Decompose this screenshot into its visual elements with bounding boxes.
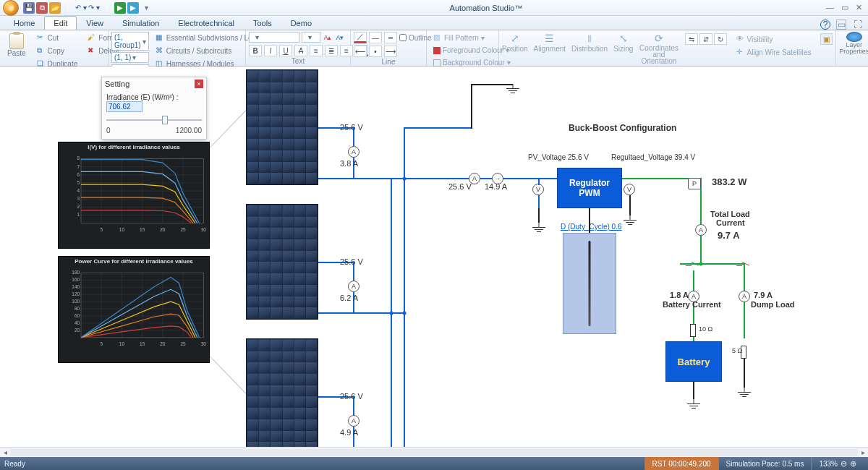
cut-button[interactable]: ✂Cut [33, 32, 82, 43]
font-family-select[interactable]: ▾ [249, 32, 299, 43]
qat-step-button[interactable]: ▶ [127, 2, 139, 14]
distribution-icon[interactable]: ⫴ [584, 33, 595, 43]
window-close-button[interactable]: ✕ [856, 3, 862, 12]
flip-h-button[interactable]: ⇋ [685, 33, 698, 45]
switch-battery[interactable] [686, 260, 700, 270]
line-color-button[interactable]: ／ [354, 32, 367, 43]
scroll-left-button[interactable]: ◂ [0, 448, 10, 456]
alignment-icon[interactable]: ☰ [545, 33, 555, 43]
qat-saveall-icon[interactable]: ⧉ [36, 2, 48, 14]
svg-text:180: 180 [72, 270, 80, 275]
group-dialog-button[interactable]: ▣ [820, 33, 833, 45]
setting-close-button[interactable]: × [195, 80, 203, 88]
help-button[interactable]: ? [820, 20, 830, 30]
arrow-style-button[interactable]: • [369, 46, 382, 57]
ribbon: Paste ✂Cut ⧉Copy ❏Duplicate 🖌Format Pain… [0, 30, 868, 67]
copy-button[interactable]: ⧉Copy [33, 45, 82, 56]
qat-more-icon[interactable]: ▾ [140, 2, 152, 14]
layer-properties-button[interactable]: Layer Properties [839, 32, 868, 55]
solar-panel-2[interactable] [246, 204, 318, 320]
arrow-start-button[interactable]: ⟵ [354, 46, 367, 57]
setting-window[interactable]: Setting× Irradiance (E) (W/m²) : 01200.0… [101, 77, 207, 140]
solar-panel-1[interactable] [246, 69, 318, 185]
tab-edit[interactable]: Edit [44, 16, 77, 30]
align-center-button[interactable]: ≣ [325, 45, 338, 56]
pv-chart-title: Power Curve for different irradiance val… [59, 258, 209, 265]
iv-chart[interactable]: I(V) for different irradiance values 510… [58, 142, 210, 249]
align-wire-button[interactable]: ✛Align Wire Satellites [733, 46, 815, 58]
coords-icon[interactable]: ⟳ [654, 33, 664, 43]
italic-button[interactable]: I [264, 45, 277, 56]
zoom-out-button[interactable]: ⊖ [841, 459, 847, 469]
battery-label: Battery [678, 356, 710, 367]
diagram-canvas[interactable]: Setting× Irradiance (E) (W/m²) : 01200.0… [0, 67, 868, 457]
tab-home[interactable]: Home [4, 16, 44, 30]
solar-panel-3[interactable] [246, 338, 318, 454]
svg-text:1: 1 [77, 212, 80, 217]
irradiance-input[interactable] [106, 101, 142, 112]
battery-block[interactable]: Battery [665, 341, 722, 382]
app-orb-button[interactable] [3, 0, 19, 16]
scrollbar-track[interactable] [10, 449, 858, 456]
line-weight-button[interactable]: ━ [384, 32, 397, 43]
collapse-ribbon-button[interactable]: ▭ [836, 20, 846, 30]
power-reading: 383.2 W [712, 176, 746, 187]
batt-current-value: 1.8 A [670, 291, 689, 299]
duty-cycle-slider[interactable] [563, 233, 616, 334]
cut-icon: ✂ [37, 33, 46, 42]
tab-view[interactable]: View [77, 16, 113, 30]
svg-text:10: 10 [119, 341, 125, 346]
svg-text:30: 30 [201, 227, 206, 232]
dump-label: Dump Load [751, 301, 780, 309]
strike-button[interactable]: A [294, 45, 307, 56]
bg-icon [433, 59, 441, 67]
status-pace[interactable]: Simulation Pace: 0.5 ms [718, 457, 812, 470]
arrow-end-button[interactable]: ⟶ [384, 46, 397, 57]
panel2-current: 6.2 A [340, 294, 358, 302]
qat-save-icon[interactable]: 💾 [23, 2, 35, 14]
tab-electrotechnical[interactable]: Electrotechnical [169, 16, 244, 30]
flip-v-button[interactable]: ⇵ [699, 33, 712, 45]
location-select-1[interactable]: (1, Group1)▾ [111, 32, 149, 51]
tab-simulation[interactable]: Simulation [113, 16, 169, 30]
position-icon[interactable]: ⤢ [510, 33, 520, 43]
zoom-in-button[interactable]: ⊕ [850, 459, 856, 469]
shrink-font-icon[interactable]: A▾ [335, 33, 345, 43]
scroll-right-button[interactable]: ▸ [858, 448, 868, 456]
line-style-button[interactable]: — [369, 32, 382, 43]
qat-redo-button[interactable]: ↷ ▾ [88, 2, 100, 14]
sizing-icon[interactable]: ⤡ [618, 33, 629, 43]
align-left-button[interactable]: ≡ [310, 45, 323, 56]
visibility-button[interactable]: 👁Visibility [733, 33, 815, 45]
tab-demo[interactable]: Demo [281, 16, 321, 30]
qat-separator: | [62, 2, 74, 14]
status-rst[interactable]: RST 00:00:49.200 [644, 457, 718, 470]
rotate-button[interactable]: ↻ [714, 33, 727, 45]
irradiance-slider[interactable] [106, 115, 202, 125]
pv-chart[interactable]: Power Curve for different irradiance val… [58, 256, 210, 363]
bold-button[interactable]: B [249, 45, 262, 56]
horizontal-scrollbar[interactable]: ◂ ▸ [0, 447, 868, 457]
paste-button[interactable]: Paste [3, 32, 30, 59]
regulator-block[interactable]: Regulator PWM [557, 168, 622, 208]
underline-button[interactable]: U [279, 45, 292, 56]
delete-icon: ✖ [88, 46, 96, 55]
ground-symbol [738, 388, 751, 398]
chevron-down-icon: ▾ [142, 38, 146, 46]
fill-pattern-button[interactable]: ▨Fill Pattern▾ [430, 32, 488, 43]
font-size-select[interactable]: ▾ [302, 32, 320, 43]
tab-tools[interactable]: Tools [244, 16, 281, 30]
alignment-label: Alignment [534, 45, 566, 53]
app-title: Automation Studio™ [152, 4, 820, 12]
qat-run-button[interactable]: ▶ [114, 2, 126, 14]
setting-title: Setting [105, 80, 129, 88]
window-minimize-button[interactable]: — [826, 3, 834, 12]
ribbon-options-button[interactable]: ⛶ [852, 20, 864, 30]
window-maximize-button[interactable]: ▭ [841, 3, 848, 12]
grow-font-icon[interactable]: A▴ [323, 33, 333, 43]
qat-undo-button[interactable]: ↶ ▾ [75, 2, 87, 14]
svg-text:60: 60 [75, 313, 80, 318]
location-select-2[interactable]: (1, 1)▾ [111, 52, 149, 63]
qat-open-icon[interactable]: 📂 [49, 2, 61, 14]
svg-text:10: 10 [119, 227, 125, 232]
